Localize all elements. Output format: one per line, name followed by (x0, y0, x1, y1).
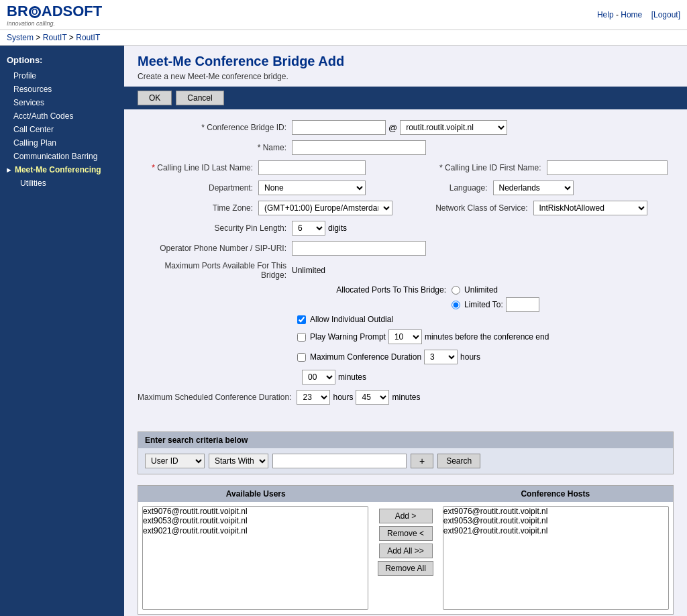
calling-line-id-row: Calling Line ID Last Name: Me * Calling … (138, 160, 674, 175)
sidebar-item-comm-barring[interactable]: Communication Barring (0, 150, 124, 163)
security-pin-label: Security Pin Length: (138, 223, 292, 233)
conference-bridge-id-label: * Conference Bridge ID: (138, 123, 292, 132)
allocated-limited-radio[interactable] (452, 301, 460, 309)
network-label: Network Class of Service: (413, 203, 533, 213)
search-criteria-select[interactable]: User IDFirst NameLast NameEmail (145, 454, 205, 468)
max-scheduled-hours-select[interactable]: 23 (297, 390, 330, 405)
play-warning-row: Play Warning Prompt 10 minutes before th… (138, 329, 674, 344)
conference-bridge-id-input[interactable]: meetme (292, 120, 386, 135)
top-toolbar: OK Cancel (124, 87, 687, 109)
allocated-limited-label: Limited To: (464, 300, 503, 309)
sidebar-item-resources[interactable]: Resources (0, 83, 124, 96)
dept-col: Department: None (138, 181, 399, 195)
conference-hosts-select[interactable]: ext9076@routit.routit.voipit.nl ext9053@… (443, 506, 669, 610)
header-links: Help - Home [Logout] (597, 10, 680, 19)
last-name-label: Calling Line ID Last Name: (138, 163, 258, 172)
play-warning-suffix: minutes before the conference end (425, 332, 549, 342)
max-conf-minutes-select[interactable]: 00 (302, 370, 335, 384)
help-link[interactable]: Help (597, 10, 614, 19)
users-section-header: Available Users Conference Hosts (138, 486, 673, 502)
search-input[interactable] (272, 454, 407, 468)
main-content: Meet-Me Conference Bridge Add Create a n… (124, 46, 687, 616)
allocated-unlimited-radio[interactable] (452, 286, 460, 295)
home-link[interactable]: Home (621, 10, 642, 19)
operator-phone-label: Operator Phone Number / SIP-URI: (138, 244, 292, 253)
sidebar-item-utilities[interactable]: Utilities (0, 176, 124, 190)
remove-button[interactable]: Remove < (379, 526, 433, 541)
max-ports-value: Unlimited (292, 266, 325, 275)
timezone-col: Time Zone: (GMT+01:00) Europe/Amsterdam (138, 201, 399, 215)
dept-lang-row: Department: None Language: Nederlands (138, 181, 674, 195)
logo-tagline: Innovation calling. (7, 20, 102, 27)
conference-hosts-list: ext9076@routit.routit.voipit.nl ext9053@… (439, 502, 673, 614)
name-input[interactable]: MeetMe (292, 140, 426, 155)
timezone-select[interactable]: (GMT+01:00) Europe/Amsterdam (258, 201, 392, 215)
sidebar-item-profile[interactable]: Profile (0, 69, 124, 83)
allow-outdial-checkbox[interactable] (297, 315, 306, 324)
sidebar-arrow-icon: ► (5, 166, 15, 174)
cancel-button[interactable]: Cancel (176, 91, 223, 105)
timezone-network-row: Time Zone: (GMT+01:00) Europe/Amsterdam … (138, 201, 674, 215)
max-conf-duration-label: Maximum Conference Duration (310, 352, 421, 362)
first-name-input[interactable]: Meet (547, 160, 668, 175)
language-select[interactable]: Nederlands (493, 181, 574, 195)
add-all-button[interactable]: Add All >> (379, 544, 433, 558)
network-class-select[interactable]: IntRiskNotAllowed (533, 201, 647, 215)
security-pin-select[interactable]: 64578 (292, 221, 325, 236)
max-ports-row: Maximum Ports Available For ThisBridge: … (138, 261, 674, 280)
breadcrumb: System > RoutIT > RoutIT (0, 30, 687, 46)
users-controls: Add > Remove < Add All >> Remove All (372, 502, 439, 614)
name-row: * Name: MeetMe (138, 140, 674, 155)
host-1[interactable]: ext9076@routit.routit.voipit.nl (443, 507, 668, 516)
max-scheduled-hours-suffix: hours (333, 393, 353, 402)
host-2[interactable]: ext9053@routit.routit.voipit.nl (443, 516, 668, 525)
network-col: Network Class of Service: IntRiskNotAllo… (413, 201, 674, 215)
max-scheduled-minutes-select[interactable]: 45 (356, 390, 389, 405)
breadcrumb-sep2: > (69, 33, 74, 42)
conference-bridge-domain-select[interactable]: routit.routit.voipit.nl (400, 120, 507, 135)
sidebar-item-calling-plan[interactable]: Calling Plan (0, 136, 124, 150)
department-select[interactable]: None (258, 181, 366, 195)
remove-all-button[interactable]: Remove All (378, 561, 433, 576)
available-user-3[interactable]: ext9021@routit.routit.voipit.nl (143, 526, 368, 535)
operator-phone-input[interactable] (292, 241, 426, 256)
max-scheduled-minutes-suffix: minutes (392, 393, 420, 402)
allocated-unlimited-label: Unlimited (464, 285, 498, 295)
logo-text: BROADSOFT (7, 3, 102, 20)
allocated-limited-input[interactable]: 20 (506, 297, 539, 312)
search-button[interactable]: Search (437, 454, 480, 468)
search-section: Enter search criteria below User IDFirst… (138, 431, 674, 474)
available-users-select[interactable]: ext9076@routit.routit.voipit.nl ext9053@… (142, 506, 368, 610)
play-warning-minutes-select[interactable]: 10 (388, 329, 422, 344)
ok-button[interactable]: OK (138, 91, 172, 105)
search-plus-button[interactable]: + (411, 454, 433, 468)
available-user-2[interactable]: ext9053@routit.routit.voipit.nl (143, 516, 368, 525)
play-warning-label: Play Warning Prompt (310, 332, 386, 342)
page-title: Meet-Me Conference Bridge Add (138, 54, 674, 69)
available-user-1[interactable]: ext9076@routit.routit.voipit.nl (143, 507, 368, 516)
breadcrumb-routit1[interactable]: RoutIT (43, 33, 67, 42)
breadcrumb-routit2[interactable]: RoutIT (76, 33, 100, 42)
logo-area: BROADSOFT Innovation calling. (7, 3, 102, 27)
play-warning-checkbox[interactable] (297, 333, 306, 342)
max-conf-hours-select[interactable]: 3 (424, 350, 458, 364)
host-3[interactable]: ext9021@routit.routit.voipit.nl (443, 526, 668, 535)
max-conf-duration-checkbox[interactable] (297, 353, 306, 362)
last-name-input[interactable]: Me (258, 160, 366, 175)
sidebar-item-meet-me[interactable]: ► Meet-Me Conferencing (0, 163, 124, 176)
logout-link[interactable]: [Logout] (651, 10, 680, 19)
allocated-unlimited-row: Allocated Ports To This Bridge: Unlimite… (138, 285, 674, 295)
page-header-area: Meet-Me Conference Bridge Add Create a n… (124, 46, 687, 87)
timezone-label: Time Zone: (138, 203, 258, 213)
max-conf-duration-row: Maximum Conference Duration 3 hours (138, 350, 674, 364)
sidebar-item-call-center[interactable]: Call Center (0, 123, 124, 136)
users-section: Available Users Conference Hosts ext9076… (138, 485, 674, 615)
page-header: BROADSOFT Innovation calling. Help - Hom… (0, 0, 687, 30)
breadcrumb-system[interactable]: System (7, 33, 34, 42)
sidebar-item-acct-auth[interactable]: Acct/Auth Codes (0, 109, 124, 123)
search-match-select[interactable]: Starts WithContainsEqual To (209, 454, 268, 468)
sidebar-item-services[interactable]: Services (0, 96, 124, 109)
add-button[interactable]: Add > (379, 509, 433, 523)
max-ports-label: Maximum Ports Available For ThisBridge: (138, 261, 292, 280)
dept-label: Department: (138, 183, 258, 193)
